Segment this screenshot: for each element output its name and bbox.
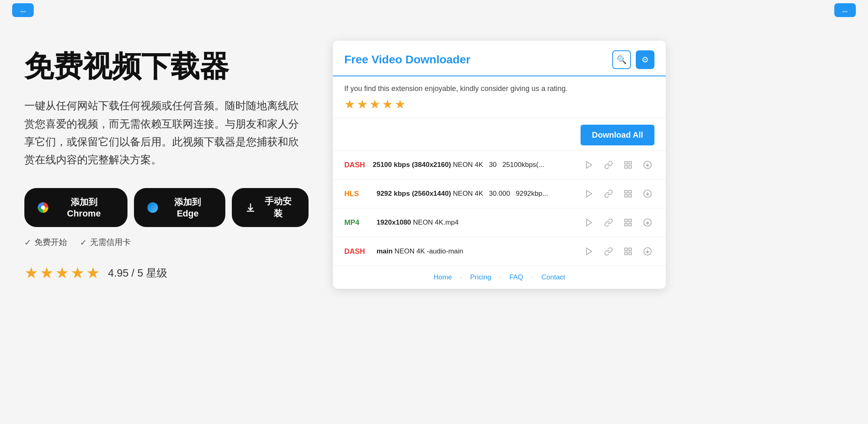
ext-footer: Home · Pricing · FAQ · Contact — [333, 266, 666, 289]
link-icon-3[interactable] — [602, 216, 615, 229]
rating-section: If you find this extension enjoyable, ki… — [333, 76, 666, 118]
video-info-4: main NEON 4K -audio-main — [373, 247, 576, 255]
chrome-icon — [37, 202, 48, 213]
svg-rect-13 — [629, 219, 631, 222]
search-button[interactable]: 🔍 — [612, 50, 631, 69]
play-icon-4[interactable] — [582, 244, 596, 258]
free-note: ✓ 免费开始 ✓ 无需信用卡 — [24, 237, 309, 248]
star-3: ★ — [55, 264, 69, 282]
video-list: DASH 25100 kbps (3840x2160) NEON 4K 30 2… — [333, 151, 666, 266]
edge-btn-label: 添加到 Edge — [163, 196, 212, 219]
header-icons: 🔍 ⚙ — [612, 50, 654, 69]
download-icon — [245, 202, 256, 213]
download-all-button[interactable]: Download All — [581, 125, 654, 145]
edge-icon — [147, 202, 158, 213]
check-icon-1: ✓ — [24, 238, 31, 247]
svg-rect-10 — [629, 195, 631, 197]
video-info-1: 25100 kbps (3840x2160) NEON 4K 30 25100k… — [373, 161, 576, 169]
link-icon-2[interactable] — [602, 187, 615, 201]
grid-icon-1[interactable] — [621, 158, 635, 172]
settings-button[interactable]: ⚙ — [636, 50, 654, 69]
action-icons-3 — [582, 216, 654, 229]
download-icon-2[interactable] — [641, 187, 654, 201]
svg-marker-16 — [587, 248, 592, 255]
ext-star-3[interactable]: ★ — [369, 97, 380, 111]
svg-rect-18 — [629, 248, 631, 251]
footer-faq[interactable]: FAQ — [510, 273, 523, 281]
action-icons-2 — [582, 187, 654, 201]
top-right-button[interactable]: ... — [834, 3, 856, 17]
svg-marker-6 — [587, 190, 592, 197]
grid-icon-2[interactable] — [621, 187, 635, 201]
download-all-row: Download All — [333, 118, 666, 151]
play-icon-2[interactable] — [582, 187, 596, 201]
footer-contact[interactable]: Contact — [541, 273, 565, 281]
svg-rect-14 — [625, 223, 627, 226]
ext-star-4[interactable]: ★ — [382, 97, 393, 111]
svg-rect-5 — [629, 166, 631, 168]
star-2: ★ — [40, 264, 54, 282]
ext-title: Free Video Downloader — [344, 53, 471, 66]
star-1: ★ — [24, 264, 38, 282]
star-5: ★ — [86, 264, 100, 282]
format-tag-mp4: MP4 — [344, 218, 366, 227]
manual-btn-label: 手动安装 — [261, 195, 296, 220]
ext-star-1[interactable]: ★ — [344, 97, 355, 111]
ext-star-5[interactable]: ★ — [395, 97, 406, 111]
format-tag-hls: HLS — [344, 190, 366, 198]
play-icon-1[interactable] — [582, 158, 596, 172]
rating-description: If you find this extension enjoyable, ki… — [344, 84, 654, 93]
action-icons-4 — [582, 244, 654, 258]
video-item: HLS 9292 kbps (2560x1440) NEON 4K 30.000… — [333, 180, 666, 208]
add-to-edge-button[interactable]: 添加到 Edge — [134, 188, 225, 227]
svg-rect-15 — [629, 223, 631, 226]
footer-pricing[interactable]: Pricing — [470, 273, 491, 281]
link-icon-1[interactable] — [602, 158, 615, 172]
main-title: 免费视频下载器 — [24, 49, 309, 84]
footer-sep-1: · — [460, 273, 462, 281]
video-info-2: 9292 kbps (2560x1440) NEON 4K 30.000 929… — [373, 190, 576, 198]
description: 一键从任何网站下载任何视频或任何音频。随时随地离线欣赏您喜爱的视频，而无需依赖互… — [24, 97, 309, 169]
no-credit-note: ✓ 无需信用卡 — [80, 237, 131, 248]
video-item: DASH main NEON 4K -audio-main — [333, 237, 666, 266]
video-info-3: 1920x1080 NEON 4K.mp4 — [373, 218, 576, 227]
top-left-button[interactable]: ... — [12, 3, 34, 17]
add-to-chrome-button[interactable]: 添加到 Chrome — [24, 188, 127, 227]
svg-rect-19 — [625, 252, 627, 255]
button-row: 添加到 Chrome 添加到 Edge 手动安装 — [24, 188, 309, 227]
download-icon-4[interactable] — [641, 244, 654, 258]
check-icon-2: ✓ — [80, 238, 87, 247]
settings-icon: ⚙ — [641, 55, 649, 65]
free-start-note: ✓ 免费开始 — [24, 237, 67, 248]
ext-header: Free Video Downloader 🔍 ⚙ — [333, 41, 666, 76]
svg-marker-11 — [587, 219, 592, 226]
svg-rect-4 — [625, 166, 627, 168]
action-icons-1 — [582, 158, 654, 172]
svg-rect-17 — [625, 248, 627, 251]
manual-install-button[interactable]: 手动安装 — [232, 188, 309, 227]
svg-rect-2 — [625, 162, 627, 164]
left-panel: 免费视频下载器 一键从任何网站下载任何视频或任何音频。随时随地离线欣赏您喜爱的视… — [24, 32, 309, 408]
video-item: DASH 25100 kbps (3840x2160) NEON 4K 30 2… — [333, 151, 666, 180]
format-tag-dash-2: DASH — [344, 247, 366, 256]
format-tag-dash-1: DASH — [344, 161, 366, 169]
svg-rect-9 — [625, 195, 627, 197]
top-bar: ... ... — [0, 0, 868, 20]
link-icon-4[interactable] — [602, 244, 615, 258]
ext-stars: ★ ★ ★ ★ ★ — [344, 97, 654, 111]
stars-row: ★ ★ ★ ★ ★ — [24, 264, 100, 282]
rating-score: 4.95 / 5 星级 — [108, 266, 167, 280]
footer-home[interactable]: Home — [434, 273, 452, 281]
svg-rect-12 — [625, 219, 627, 222]
svg-rect-8 — [629, 190, 631, 193]
ext-star-2[interactable]: ★ — [357, 97, 368, 111]
svg-rect-3 — [629, 162, 631, 164]
footer-sep-3: · — [531, 273, 533, 281]
play-icon-3[interactable] — [582, 216, 596, 229]
download-icon-3[interactable] — [641, 216, 654, 229]
grid-icon-3[interactable] — [621, 216, 635, 229]
grid-icon-4[interactable] — [621, 244, 635, 258]
chrome-btn-label: 添加到 Chrome — [53, 196, 114, 219]
download-icon-1[interactable] — [641, 158, 654, 172]
extension-popup: Free Video Downloader 🔍 ⚙ If you find th… — [333, 41, 666, 289]
